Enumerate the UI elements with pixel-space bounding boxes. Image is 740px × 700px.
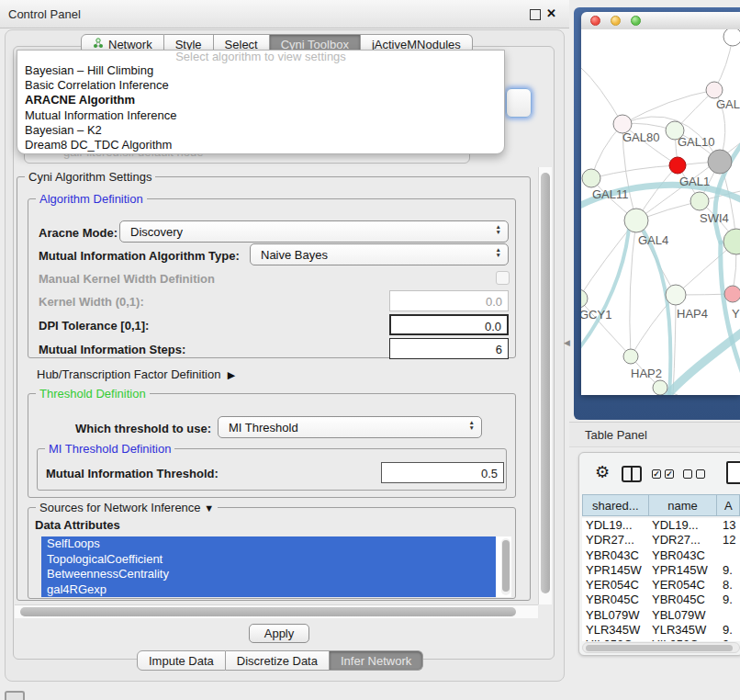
table-header-row: shared...nameA — [582, 494, 740, 516]
table-row[interactable]: YBR045CYBR045C9. — [582, 593, 740, 607]
attribute-item-betweennesscentrality[interactable]: BetweennessCentrality — [41, 567, 496, 582]
column-header-name[interactable]: name — [648, 494, 717, 516]
node-gal1-label: GAL1 — [679, 175, 710, 188]
network-edge[interactable] — [673, 295, 676, 395]
node-swi4[interactable] — [690, 192, 709, 210]
cell: YPR145W — [586, 563, 642, 578]
mi-threshold-input[interactable]: 0.5 — [381, 462, 504, 483]
tab-impute-data[interactable]: Impute Data — [137, 650, 226, 671]
new-table-icon[interactable] — [726, 461, 740, 484]
node-pink-right[interactable] — [724, 286, 740, 302]
algorithm-option-dream8-dc-tdc-algorithm[interactable]: Dream8 DC_TDC Algorithm — [17, 138, 504, 152]
cell: YIL052C — [652, 638, 699, 641]
cell: 9. — [723, 563, 733, 578]
close-traffic-light-icon[interactable] — [590, 16, 600, 26]
control-panel-title: Control Panel — [8, 7, 81, 21]
algorithm-option-aracne-algorithm[interactable]: ARACNE Algorithm — [17, 93, 504, 107]
mi-steps-input[interactable]: 6 — [389, 338, 509, 359]
network-edge[interactable] — [581, 68, 622, 124]
algorithm-option-mutual-information-inference[interactable]: Mutual Information Inference — [17, 108, 504, 123]
minimize-traffic-light-icon[interactable] — [611, 16, 621, 26]
manual-kernel-checkbox[interactable] — [496, 271, 510, 285]
focused-button[interactable] — [506, 88, 532, 118]
node-gcy1[interactable] — [581, 289, 588, 308]
network-edge-highlighted[interactable] — [581, 228, 629, 353]
panel-collapse-arrow-icon[interactable]: ◀ — [564, 338, 570, 347]
zoom-traffic-light-icon[interactable] — [631, 16, 641, 26]
algorithm-option-basic-correlation-inference[interactable]: Basic Correlation Inference — [17, 78, 504, 93]
network-edge-highlighted[interactable] — [666, 329, 740, 395]
data-attributes-label: Data Attributes — [35, 518, 120, 532]
node-gal-top[interactable] — [706, 82, 723, 98]
table-panel-header: Table Panel — [569, 422, 740, 447]
combo-arrows-icon: ▲▼ — [496, 247, 501, 257]
docked-panel-icon[interactable] — [5, 691, 25, 700]
dpi-tolerance-input[interactable]: 0.0 — [389, 314, 509, 335]
node-gal11[interactable] — [582, 169, 600, 187]
algorithm-option-bayesian-k2[interactable]: Bayesian – K2 — [17, 123, 504, 138]
table-horizontal-scrollbar[interactable] — [582, 642, 740, 653]
mi-type-combo[interactable]: Naive Bayes ▲▼ — [250, 243, 509, 265]
mi-type-value: Naive Bayes — [261, 248, 328, 262]
deselect-all-checkboxes-icon[interactable] — [683, 469, 705, 479]
expand-right-icon[interactable]: ▶ — [228, 369, 235, 380]
split-columns-icon[interactable] — [622, 466, 642, 482]
attribute-item-topologicalcoefficient[interactable]: TopologicalCoefficient — [41, 552, 496, 568]
hub-definition-expander[interactable]: Hub/Transcription Factor Definition ▶ — [37, 367, 235, 381]
network-canvas[interactable]: GALGAL80GAL10GAL1GAL11SWI4GAL4HAP4YGCY1H… — [581, 29, 740, 395]
node-hap2[interactable] — [623, 349, 638, 364]
network-window-titlebar[interactable] — [581, 12, 740, 29]
cell: YDL19... — [586, 518, 633, 533]
cyni-settings-title: Cyni Algorithm Settings — [25, 170, 155, 184]
column-header-a[interactable]: A — [716, 494, 740, 516]
node-gal4[interactable] — [624, 209, 648, 232]
cell: YBR045C — [586, 593, 639, 607]
which-threshold-combo[interactable]: MI Threshold ▲▼ — [218, 416, 482, 438]
attributes-list-scrollbar[interactable] — [501, 538, 510, 595]
settings-vertical-scrollbar[interactable] — [538, 167, 552, 604]
attribute-item-gal4rgexp[interactable]: gal4RGexp — [41, 582, 496, 598]
table-row[interactable]: YBL079WYBL079W — [582, 608, 740, 623]
node-green-bottom[interactable] — [653, 380, 667, 395]
cell: YDR27... — [586, 533, 634, 548]
node-hap2-label: HAP2 — [631, 367, 662, 380]
network-edge[interactable] — [591, 165, 678, 178]
settings-horizontal-scrollbar[interactable] — [15, 604, 538, 618]
column-header-shared-[interactable]: shared... — [582, 494, 648, 516]
tab-infer-network[interactable]: Infer Network — [330, 650, 423, 671]
close-icon[interactable]: ✕ — [546, 6, 556, 20]
float-panel-icon[interactable] — [530, 9, 541, 20]
node-gray[interactable] — [708, 150, 732, 174]
node-gal1[interactable] — [669, 157, 686, 174]
network-edge[interactable] — [630, 220, 636, 356]
aracne-mode-combo[interactable]: Discovery ▲▼ — [119, 220, 509, 243]
vertical-scroll-thumb[interactable] — [541, 173, 550, 593]
node-top-outline[interactable] — [723, 29, 740, 46]
cell: 8. — [723, 578, 733, 593]
table-row[interactable]: YBR043CYBR043C — [582, 548, 740, 563]
apply-button[interactable]: Apply — [249, 624, 309, 643]
table-row[interactable]: YDL19...YDL19...13 — [582, 518, 740, 533]
data-attributes-list[interactable]: SelfLoopsTopologicalCoefficientBetweenne… — [41, 536, 511, 597]
table-row[interactable]: YIL052CYIL052C9 — [582, 638, 740, 641]
gear-icon[interactable]: ⚙ — [595, 462, 610, 482]
tab-label: Impute Data — [149, 654, 214, 668]
horizontal-scroll-thumb[interactable] — [20, 607, 516, 616]
cell: YER054C — [586, 578, 639, 593]
attribute-item-selfloops[interactable]: SelfLoops — [41, 536, 496, 552]
select-all-checkboxes-icon[interactable]: ✓✓ — [652, 469, 674, 479]
node-gal4-label: GAL4 — [638, 233, 668, 247]
which-threshold-value: MI Threshold — [229, 421, 298, 435]
node-hap4[interactable] — [666, 285, 686, 305]
table-row[interactable]: YLR345WYLR345W9. — [582, 623, 740, 638]
algorithm-option-bayesian-hill-climbing[interactable]: Bayesian – Hill Climbing — [17, 63, 504, 78]
table-row[interactable]: YPR145WYPR145W9. — [582, 563, 740, 578]
tab-label: Infer Network — [341, 654, 411, 668]
collapse-down-icon[interactable]: ▼ — [204, 502, 214, 514]
sources-group-expander[interactable]: Sources for Network Inference ▼ — [36, 501, 218, 514]
table-row[interactable]: YER054CYER054C8. — [582, 578, 740, 593]
table-row[interactable]: YDR27...YDR27...12 — [582, 533, 740, 548]
table-scroll-thumb[interactable] — [586, 645, 733, 651]
kernel-width-input[interactable]: 0.0 — [389, 290, 509, 311]
tab-discretize-data[interactable]: Discretize Data — [226, 650, 330, 671]
